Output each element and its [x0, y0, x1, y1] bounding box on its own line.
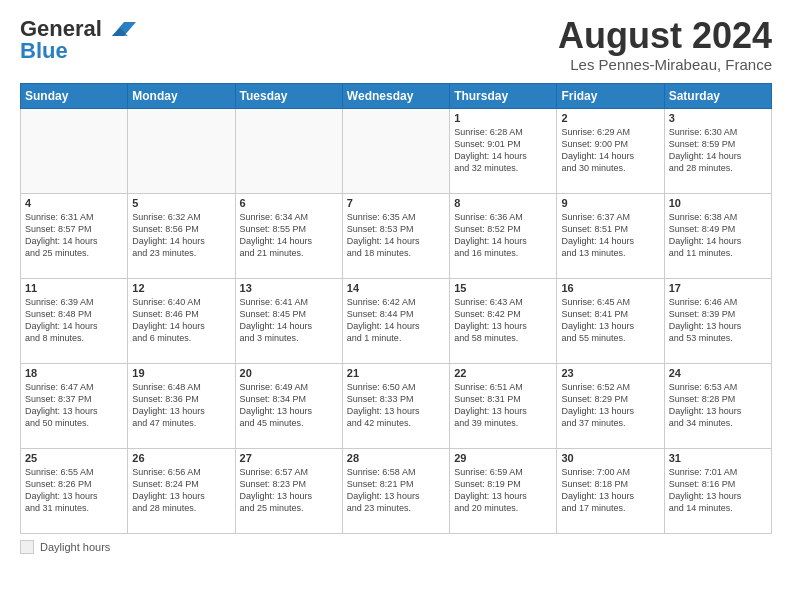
- calendar-cell: 21Sunrise: 6:50 AM Sunset: 8:33 PM Dayli…: [342, 363, 449, 448]
- day-info: Sunrise: 6:57 AM Sunset: 8:23 PM Dayligh…: [240, 466, 338, 515]
- day-number: 28: [347, 452, 445, 464]
- calendar-cell: 31Sunrise: 7:01 AM Sunset: 8:16 PM Dayli…: [664, 448, 771, 533]
- day-number: 8: [454, 197, 552, 209]
- calendar-cell: 16Sunrise: 6:45 AM Sunset: 8:41 PM Dayli…: [557, 278, 664, 363]
- day-info: Sunrise: 6:52 AM Sunset: 8:29 PM Dayligh…: [561, 381, 659, 430]
- calendar-cell: 20Sunrise: 6:49 AM Sunset: 8:34 PM Dayli…: [235, 363, 342, 448]
- logo-icon: [104, 18, 136, 40]
- calendar-cell: [128, 108, 235, 193]
- day-number: 23: [561, 367, 659, 379]
- calendar-cell: 7Sunrise: 6:35 AM Sunset: 8:53 PM Daylig…: [342, 193, 449, 278]
- calendar-cell: 26Sunrise: 6:56 AM Sunset: 8:24 PM Dayli…: [128, 448, 235, 533]
- day-info: Sunrise: 6:43 AM Sunset: 8:42 PM Dayligh…: [454, 296, 552, 345]
- day-number: 4: [25, 197, 123, 209]
- calendar-cell: 13Sunrise: 6:41 AM Sunset: 8:45 PM Dayli…: [235, 278, 342, 363]
- calendar-cell: 15Sunrise: 6:43 AM Sunset: 8:42 PM Dayli…: [450, 278, 557, 363]
- logo-text-blue: Blue: [20, 38, 68, 64]
- day-info: Sunrise: 6:48 AM Sunset: 8:36 PM Dayligh…: [132, 381, 230, 430]
- calendar-cell: 5Sunrise: 6:32 AM Sunset: 8:56 PM Daylig…: [128, 193, 235, 278]
- day-info: Sunrise: 6:40 AM Sunset: 8:46 PM Dayligh…: [132, 296, 230, 345]
- calendar-cell: 18Sunrise: 6:47 AM Sunset: 8:37 PM Dayli…: [21, 363, 128, 448]
- day-info: Sunrise: 6:35 AM Sunset: 8:53 PM Dayligh…: [347, 211, 445, 260]
- day-info: Sunrise: 6:39 AM Sunset: 8:48 PM Dayligh…: [25, 296, 123, 345]
- day-number: 14: [347, 282, 445, 294]
- calendar-cell: 22Sunrise: 6:51 AM Sunset: 8:31 PM Dayli…: [450, 363, 557, 448]
- calendar-cell: 17Sunrise: 6:46 AM Sunset: 8:39 PM Dayli…: [664, 278, 771, 363]
- calendar-cell: 11Sunrise: 6:39 AM Sunset: 8:48 PM Dayli…: [21, 278, 128, 363]
- calendar-cell: 8Sunrise: 6:36 AM Sunset: 8:52 PM Daylig…: [450, 193, 557, 278]
- day-number: 5: [132, 197, 230, 209]
- calendar-cell: 3Sunrise: 6:30 AM Sunset: 8:59 PM Daylig…: [664, 108, 771, 193]
- day-info: Sunrise: 6:56 AM Sunset: 8:24 PM Dayligh…: [132, 466, 230, 515]
- day-number: 15: [454, 282, 552, 294]
- col-wednesday: Wednesday: [342, 83, 449, 108]
- day-number: 19: [132, 367, 230, 379]
- day-info: Sunrise: 6:30 AM Sunset: 8:59 PM Dayligh…: [669, 126, 767, 175]
- day-info: Sunrise: 6:47 AM Sunset: 8:37 PM Dayligh…: [25, 381, 123, 430]
- calendar-header-row: Sunday Monday Tuesday Wednesday Thursday…: [21, 83, 772, 108]
- calendar-cell: 1Sunrise: 6:28 AM Sunset: 9:01 PM Daylig…: [450, 108, 557, 193]
- day-info: Sunrise: 6:45 AM Sunset: 8:41 PM Dayligh…: [561, 296, 659, 345]
- calendar-week-2: 11Sunrise: 6:39 AM Sunset: 8:48 PM Dayli…: [21, 278, 772, 363]
- day-number: 18: [25, 367, 123, 379]
- day-number: 26: [132, 452, 230, 464]
- day-info: Sunrise: 6:29 AM Sunset: 9:00 PM Dayligh…: [561, 126, 659, 175]
- day-number: 29: [454, 452, 552, 464]
- day-info: Sunrise: 6:31 AM Sunset: 8:57 PM Dayligh…: [25, 211, 123, 260]
- calendar-cell: 27Sunrise: 6:57 AM Sunset: 8:23 PM Dayli…: [235, 448, 342, 533]
- calendar-cell: 4Sunrise: 6:31 AM Sunset: 8:57 PM Daylig…: [21, 193, 128, 278]
- calendar-cell: 12Sunrise: 6:40 AM Sunset: 8:46 PM Dayli…: [128, 278, 235, 363]
- day-info: Sunrise: 6:53 AM Sunset: 8:28 PM Dayligh…: [669, 381, 767, 430]
- day-info: Sunrise: 6:32 AM Sunset: 8:56 PM Dayligh…: [132, 211, 230, 260]
- day-info: Sunrise: 6:55 AM Sunset: 8:26 PM Dayligh…: [25, 466, 123, 515]
- day-info: Sunrise: 7:01 AM Sunset: 8:16 PM Dayligh…: [669, 466, 767, 515]
- day-number: 9: [561, 197, 659, 209]
- day-number: 24: [669, 367, 767, 379]
- calendar-cell: [342, 108, 449, 193]
- day-info: Sunrise: 6:28 AM Sunset: 9:01 PM Dayligh…: [454, 126, 552, 175]
- day-number: 6: [240, 197, 338, 209]
- calendar-week-1: 4Sunrise: 6:31 AM Sunset: 8:57 PM Daylig…: [21, 193, 772, 278]
- day-number: 17: [669, 282, 767, 294]
- legend: Daylight hours: [20, 540, 772, 554]
- day-info: Sunrise: 7:00 AM Sunset: 8:18 PM Dayligh…: [561, 466, 659, 515]
- calendar-cell: 29Sunrise: 6:59 AM Sunset: 8:19 PM Dayli…: [450, 448, 557, 533]
- calendar-cell: 28Sunrise: 6:58 AM Sunset: 8:21 PM Dayli…: [342, 448, 449, 533]
- day-number: 2: [561, 112, 659, 124]
- calendar-week-3: 18Sunrise: 6:47 AM Sunset: 8:37 PM Dayli…: [21, 363, 772, 448]
- col-thursday: Thursday: [450, 83, 557, 108]
- page: General Blue August 2024 Les Pennes-Mira…: [0, 0, 792, 564]
- day-info: Sunrise: 6:37 AM Sunset: 8:51 PM Dayligh…: [561, 211, 659, 260]
- calendar-cell: 25Sunrise: 6:55 AM Sunset: 8:26 PM Dayli…: [21, 448, 128, 533]
- day-number: 30: [561, 452, 659, 464]
- day-number: 25: [25, 452, 123, 464]
- col-monday: Monday: [128, 83, 235, 108]
- col-tuesday: Tuesday: [235, 83, 342, 108]
- calendar-cell: 10Sunrise: 6:38 AM Sunset: 8:49 PM Dayli…: [664, 193, 771, 278]
- calendar-cell: 19Sunrise: 6:48 AM Sunset: 8:36 PM Dayli…: [128, 363, 235, 448]
- day-number: 22: [454, 367, 552, 379]
- calendar-week-0: 1Sunrise: 6:28 AM Sunset: 9:01 PM Daylig…: [21, 108, 772, 193]
- day-info: Sunrise: 6:49 AM Sunset: 8:34 PM Dayligh…: [240, 381, 338, 430]
- day-number: 16: [561, 282, 659, 294]
- day-number: 1: [454, 112, 552, 124]
- day-number: 12: [132, 282, 230, 294]
- day-number: 20: [240, 367, 338, 379]
- title-area: August 2024 Les Pennes-Mirabeau, France: [558, 16, 772, 73]
- day-number: 27: [240, 452, 338, 464]
- day-info: Sunrise: 6:46 AM Sunset: 8:39 PM Dayligh…: [669, 296, 767, 345]
- day-number: 31: [669, 452, 767, 464]
- calendar-cell: 6Sunrise: 6:34 AM Sunset: 8:55 PM Daylig…: [235, 193, 342, 278]
- month-title: August 2024: [558, 16, 772, 56]
- calendar-cell: 30Sunrise: 7:00 AM Sunset: 8:18 PM Dayli…: [557, 448, 664, 533]
- day-number: 10: [669, 197, 767, 209]
- header: General Blue August 2024 Les Pennes-Mira…: [20, 16, 772, 73]
- day-number: 21: [347, 367, 445, 379]
- calendar-cell: [235, 108, 342, 193]
- day-number: 3: [669, 112, 767, 124]
- day-info: Sunrise: 6:41 AM Sunset: 8:45 PM Dayligh…: [240, 296, 338, 345]
- location-subtitle: Les Pennes-Mirabeau, France: [558, 56, 772, 73]
- day-info: Sunrise: 6:51 AM Sunset: 8:31 PM Dayligh…: [454, 381, 552, 430]
- calendar-table: Sunday Monday Tuesday Wednesday Thursday…: [20, 83, 772, 534]
- day-info: Sunrise: 6:34 AM Sunset: 8:55 PM Dayligh…: [240, 211, 338, 260]
